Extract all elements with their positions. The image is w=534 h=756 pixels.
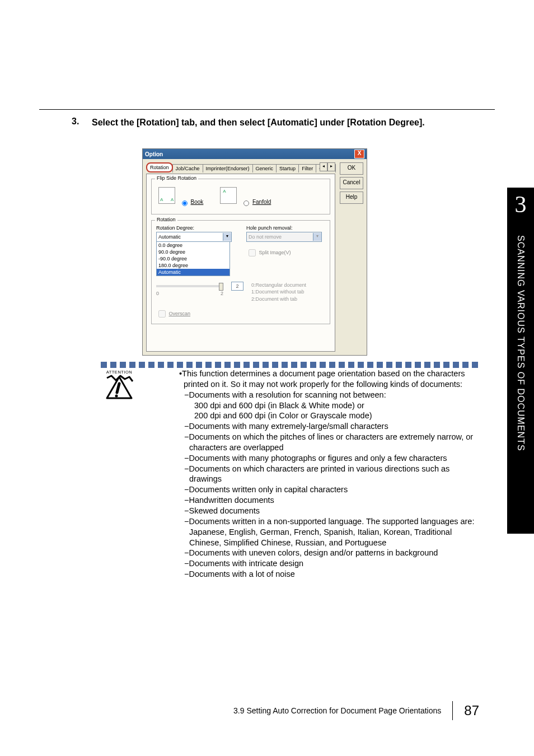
- attention-intro: This function determines a document page…: [182, 369, 465, 389]
- rotation-fieldset: Rotation Rotation Degree: Automatic ▾: [151, 220, 330, 324]
- footer-separator: [452, 701, 453, 720]
- overscan-label: Overscan: [169, 311, 191, 316]
- page-number: 87: [464, 703, 479, 718]
- step-text: Select the [Rotation] tab, and then sele…: [92, 116, 461, 129]
- tab-rotation[interactable]: Rotation: [146, 162, 173, 172]
- tab-scroll-right[interactable]: ▸: [327, 162, 335, 171]
- titlebar: Option X: [143, 149, 367, 159]
- cancel-button[interactable]: Cancel: [340, 177, 363, 189]
- split-image-checkbox: [249, 249, 256, 256]
- edge-0: 0:Rectangular document: [251, 282, 306, 289]
- tab-content: Flip Side Rotation Book: [146, 174, 335, 352]
- svg-line-0: [117, 384, 119, 393]
- step-number: 3.: [72, 116, 92, 129]
- book-radio[interactable]: [182, 200, 188, 206]
- att-i1b: 200 dpi and 600 dpi (in Color or Graysca…: [179, 410, 479, 421]
- book-icon: [158, 187, 175, 204]
- edge-slider: [156, 285, 223, 287]
- separator-squares: [101, 362, 479, 368]
- close-button[interactable]: X: [354, 150, 364, 158]
- opt--90[interactable]: -90.0 degree: [157, 255, 229, 262]
- fanfold-label: Fanfold: [252, 199, 271, 205]
- fanfold-icon: [220, 187, 237, 204]
- chapter-number: 3: [507, 188, 534, 218]
- help-button[interactable]: Help: [340, 192, 363, 204]
- edge-1: 1:Document without tab: [251, 288, 306, 296]
- hole-punch-combo: Do not remove ▾: [246, 232, 322, 242]
- rotation-degree-value: Automatic: [158, 234, 181, 240]
- book-radio-wrap[interactable]: Book: [158, 187, 203, 206]
- tab-jobcache[interactable]: Job/Cache: [172, 164, 203, 172]
- overscan-checkbox: [158, 310, 166, 318]
- hole-punch-label: Hole punch removal:: [246, 225, 325, 231]
- att-i8: Skewed documents: [189, 506, 260, 515]
- slider-min: 0: [156, 291, 159, 296]
- hole-punch-value: Do not remove: [249, 234, 282, 240]
- dialog-title: Option: [145, 151, 163, 157]
- rotation-degree-list[interactable]: 0.0 degree 90.0 degree -90.0 degree 180.…: [156, 242, 230, 276]
- edge-legend: 0:Rectangular document 1:Document withou…: [251, 282, 306, 303]
- tab-generic[interactable]: Generic: [252, 164, 277, 172]
- edge-input: 2: [231, 282, 243, 291]
- att-i2: Documents with many extremely-large/smal…: [189, 422, 388, 431]
- att-i11: Documents with intricate design: [189, 559, 303, 568]
- att-i9: Documents written in a non-supported lan…: [189, 517, 474, 547]
- att-i1a: 300 dpi and 600 dpi (in Black & White mo…: [179, 400, 479, 411]
- tab-startup[interactable]: Startup: [276, 164, 299, 172]
- side-tab: 3 SCANNING VARIOUS TYPES OF DOCUMENTS: [507, 188, 534, 534]
- tabs-row: Rotation Job/Cache Imprinter(Endorser) G…: [146, 162, 335, 174]
- step-row: 3. Select the [Rotation] tab, and then s…: [72, 116, 461, 129]
- flip-legend: Flip Side Rotation: [155, 175, 198, 181]
- option-dialog: Option X Rotation Job/Cache Imprinter(En…: [142, 148, 366, 356]
- book-label: Book: [191, 199, 204, 205]
- ok-button[interactable]: OK: [340, 162, 363, 175]
- chapter-title: SCANNING VARIOUS TYPES OF DOCUMENTS: [516, 235, 526, 451]
- tab-imprinter[interactable]: Imprinter(Endorser): [203, 164, 253, 172]
- rotation-legend: Rotation: [155, 217, 177, 222]
- attention-body: •This function determines a document pag…: [179, 368, 479, 580]
- opt-180[interactable]: 180.0 degree: [157, 262, 229, 269]
- att-i3: Documents on which the pitches of lines …: [189, 432, 473, 452]
- fanfold-radio-wrap[interactable]: Fanfold: [220, 187, 271, 206]
- att-i1: Documents with a resolution for scanning…: [189, 390, 386, 399]
- footer: 3.9 Setting Auto Correction for Document…: [233, 701, 479, 720]
- svg-point-1: [115, 395, 118, 398]
- att-i10: Documents with uneven colors, design and…: [189, 548, 438, 557]
- attention-icon: ATTENTION: [100, 370, 139, 404]
- attention-label: ATTENTION: [100, 370, 139, 375]
- att-i12: Documents with a lot of noise: [189, 570, 294, 578]
- footer-title: 3.9 Setting Auto Correction for Document…: [233, 706, 441, 715]
- att-i5: Documents on which characters are printe…: [189, 464, 449, 484]
- rotation-degree-label: Rotation Degree:: [156, 225, 235, 231]
- att-i6: Documents written only in capital charac…: [189, 485, 348, 494]
- tab-filter[interactable]: Filter: [298, 164, 316, 172]
- opt-0[interactable]: 0.0 degree: [157, 242, 229, 249]
- rotation-degree-combo[interactable]: Automatic ▾: [156, 232, 232, 242]
- att-i7: Handwritten documents: [189, 496, 274, 505]
- tab-scroll-left[interactable]: ◂: [320, 162, 327, 171]
- flip-side-fieldset: Flip Side Rotation Book: [151, 179, 330, 214]
- att-i4: Documents with many photographs or figur…: [189, 454, 447, 463]
- exclamation-icon: [104, 375, 135, 402]
- chevron-down-icon: ▾: [223, 233, 231, 241]
- top-rule: [39, 109, 495, 110]
- chevron-down-icon: ▾: [313, 233, 321, 241]
- opt-auto[interactable]: Automatic: [157, 269, 229, 276]
- slider-max: 2: [221, 291, 223, 296]
- fanfold-radio[interactable]: [243, 200, 249, 206]
- opt-90[interactable]: 90.0 degree: [157, 249, 229, 255]
- edge-2: 2:Document with tab: [251, 296, 306, 303]
- split-image-label: Split Image(V): [259, 250, 291, 255]
